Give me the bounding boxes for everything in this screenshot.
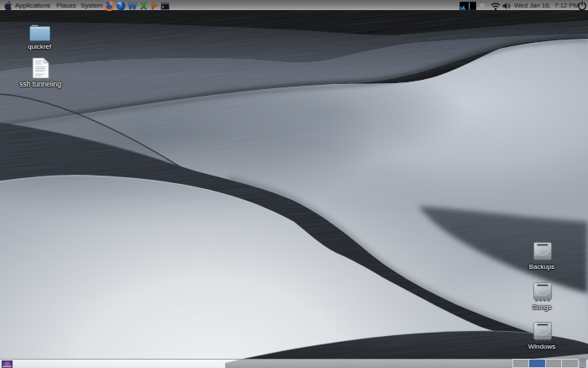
- svg-text:W: W: [128, 1, 137, 11]
- svg-text:P: P: [151, 1, 157, 11]
- svg-text:X: X: [140, 1, 147, 11]
